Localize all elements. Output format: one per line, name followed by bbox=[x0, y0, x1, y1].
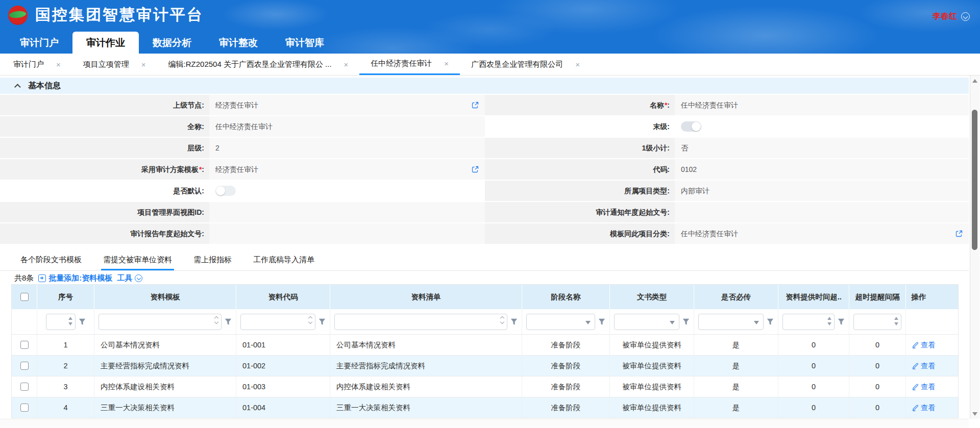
filter-funnel-icon[interactable] bbox=[510, 318, 518, 325]
external-link-icon[interactable] bbox=[472, 102, 479, 109]
filter-funnel-icon[interactable] bbox=[767, 318, 774, 325]
chevron-down-circle-icon[interactable] bbox=[135, 274, 142, 282]
form-row: 上级节点 经济责任审计 名称 任中经济责任审计 bbox=[0, 95, 969, 115]
tab-label[interactable]: 任中经济责任审计 bbox=[371, 59, 432, 68]
overdue-filter-input[interactable] bbox=[782, 314, 835, 330]
is-leaf-toggle[interactable] bbox=[681, 121, 701, 132]
is-default-toggle[interactable] bbox=[215, 186, 236, 196]
filter-funnel-icon[interactable] bbox=[598, 318, 605, 325]
nav-item-data-analysis[interactable]: 数据分析 bbox=[139, 32, 205, 54]
nav-item-audit-portal[interactable]: 审计门户 bbox=[6, 32, 72, 54]
is-default-label: 是否默认 bbox=[0, 181, 209, 201]
no-filter-input[interactable] bbox=[46, 314, 76, 330]
list-filter-combo[interactable] bbox=[334, 314, 507, 330]
chevron-down-circle-icon[interactable] bbox=[961, 12, 970, 21]
batch-add-button[interactable]: 批量添加:资料模板 bbox=[38, 273, 112, 283]
tab-label[interactable]: 广西农垦企业管理有限公司 bbox=[471, 60, 563, 69]
nav-item-audit-work[interactable]: 审计作业 bbox=[72, 32, 139, 54]
close-icon[interactable]: × bbox=[56, 60, 61, 69]
tab-required-materials[interactable]: 需提交被审单位资料 bbox=[101, 250, 174, 270]
col-overdue: 资料提供时间超.. bbox=[778, 285, 849, 309]
close-icon[interactable]: × bbox=[575, 60, 580, 69]
is-leaf-field bbox=[675, 116, 969, 137]
doc-tab-project-approval[interactable]: 项目立项管理 × bbox=[72, 54, 157, 75]
close-icon[interactable]: × bbox=[141, 60, 146, 69]
total-count: 共8条 bbox=[14, 273, 34, 283]
pencil-icon bbox=[912, 363, 919, 369]
tab-label[interactable]: 审计门户 bbox=[13, 60, 44, 69]
cell-code: 01-002 bbox=[236, 356, 330, 376]
row-checkbox[interactable] bbox=[20, 383, 29, 391]
filter-funnel-icon[interactable] bbox=[318, 318, 326, 325]
form-row: 审计报告年度起始文号 模板同此项目分类 任中经济责任审计 bbox=[0, 223, 969, 244]
filter-funnel-icon[interactable] bbox=[682, 318, 690, 325]
doc-tab-edit-rz202504[interactable]: 编辑:RZ202504 关于广西农垦企业管理有限公 ... × bbox=[157, 54, 360, 75]
cell-list: 三重一大决策相关资料 bbox=[330, 397, 522, 418]
filter-funnel-icon[interactable] bbox=[225, 318, 232, 325]
select-all-checkbox[interactable] bbox=[20, 293, 29, 301]
table-row: 2 主要经营指标完成情况资料 01-002 主要经营指标完成情况资料 准备阶段 … bbox=[12, 356, 958, 376]
filter-list bbox=[330, 309, 522, 334]
doc-tab-midterm-audit[interactable]: 任中经济责任审计 × bbox=[359, 54, 460, 75]
row-checkbox[interactable] bbox=[20, 341, 29, 349]
materials-table: 序号 资料模板 资料代码 资料清单 阶段名称 文书类型 是否必传 资料提供时间超… bbox=[11, 284, 959, 418]
doc-tab-audit-portal[interactable]: 审计门户 × bbox=[2, 54, 72, 75]
cell-remind: 0 bbox=[849, 397, 906, 418]
filter-funnel-icon[interactable] bbox=[79, 318, 86, 325]
cell-template: 三重一大决策相关资料 bbox=[94, 397, 236, 418]
scroll-down-button[interactable] bbox=[970, 409, 980, 419]
external-link-icon[interactable] bbox=[472, 166, 479, 173]
level-field: 2 bbox=[209, 138, 485, 158]
user-name[interactable]: 李春红 bbox=[933, 11, 957, 22]
close-icon[interactable]: × bbox=[444, 59, 449, 68]
remind-filter-input[interactable] bbox=[853, 314, 901, 330]
doc-type-filter-select[interactable] bbox=[614, 314, 679, 330]
cell-template: 内控体系建设相关资料 bbox=[94, 376, 236, 397]
view-link[interactable]: 查看 bbox=[912, 340, 936, 350]
row-checkbox[interactable] bbox=[20, 404, 29, 412]
filter-code bbox=[236, 309, 330, 334]
col-required: 是否必传 bbox=[694, 285, 778, 309]
cell-overdue: 0 bbox=[778, 376, 849, 397]
row-checkbox[interactable] bbox=[20, 362, 29, 370]
template-filter-combo[interactable] bbox=[99, 314, 222, 330]
cell-overdue: 0 bbox=[778, 397, 849, 418]
nav-item-audit-rectify[interactable]: 审计整改 bbox=[205, 32, 272, 54]
external-link-icon[interactable] bbox=[955, 230, 963, 237]
field-value: 否 bbox=[681, 144, 688, 152]
nav-item-audit-knowledge[interactable]: 审计智库 bbox=[272, 32, 338, 54]
view-link[interactable]: 查看 bbox=[912, 403, 936, 413]
plus-square-icon[interactable] bbox=[38, 274, 46, 282]
tab-label[interactable]: 项目立项管理 bbox=[83, 60, 129, 69]
tab-report-indicators[interactable]: 需上报指标 bbox=[191, 250, 234, 270]
user-menu[interactable]: 李春红 bbox=[933, 11, 970, 22]
code-filter-combo[interactable] bbox=[240, 314, 315, 330]
tab-label[interactable]: 编辑:RZ202504 关于广西农垦企业管理有限公 ... bbox=[168, 60, 332, 69]
doc-tab-gx-company[interactable]: 广西农垦企业管理有限公司 × bbox=[460, 54, 591, 75]
cell-remind: 0 bbox=[849, 335, 906, 355]
cell-template: 主要经营指标完成情况资料 bbox=[94, 356, 236, 376]
code-field: 0102 bbox=[675, 159, 969, 180]
tab-workpaper-import[interactable]: 工作底稿导入清单 bbox=[251, 250, 316, 270]
bottom-strip bbox=[0, 419, 969, 428]
required-filter-select[interactable] bbox=[698, 314, 764, 330]
filter-funnel-icon[interactable] bbox=[838, 318, 845, 325]
view-link[interactable]: 查看 bbox=[912, 361, 936, 371]
vertical-scrollbar[interactable] bbox=[970, 75, 979, 419]
phase-filter-select[interactable] bbox=[526, 314, 595, 330]
company-logo-icon bbox=[8, 6, 28, 25]
scrollbar-thumb[interactable] bbox=[972, 110, 977, 250]
table-row: 3 内控体系建设相关资料 01-003 内控体系建设相关资料 准备阶段 被审单位… bbox=[12, 376, 958, 397]
view-link[interactable]: 查看 bbox=[912, 382, 936, 392]
basic-info-section-header[interactable]: 基本信息 bbox=[0, 78, 969, 94]
close-icon[interactable]: × bbox=[344, 60, 349, 69]
tab-phase-doc-templates[interactable]: 各个阶段文书模板 bbox=[18, 250, 84, 270]
cell-doc-type: 被审单位提供资料 bbox=[610, 397, 694, 418]
chevron-up-icon[interactable] bbox=[14, 84, 21, 90]
cell-remind: 0 bbox=[849, 356, 906, 376]
scrollbar-track[interactable] bbox=[970, 86, 980, 409]
tools-dropdown[interactable]: 工具 bbox=[117, 273, 142, 283]
scroll-up-button[interactable] bbox=[970, 75, 980, 86]
col-list: 资料清单 bbox=[330, 285, 522, 309]
detail-tabs: 各个阶段文书模板 需提交被审单位资料 需上报指标 工作底稿导入清单 bbox=[0, 250, 969, 271]
